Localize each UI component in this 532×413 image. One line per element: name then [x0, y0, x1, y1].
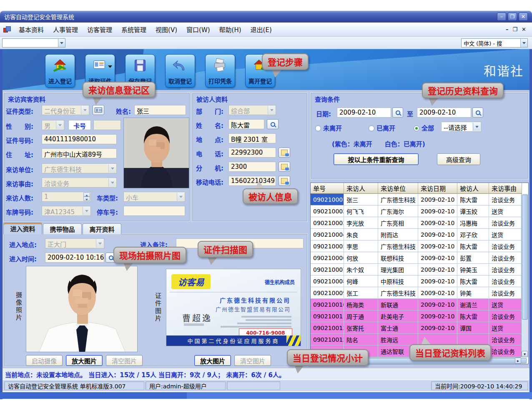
table-row[interactable]: 090210008何峰中原科技2009-02-10陈大雷洽谈业务 [311, 275, 528, 287]
location-field[interactable]: B幢 2301 室 [228, 133, 276, 143]
step-up-icon[interactable] [83, 193, 90, 197]
table-cell[interactable]: 钟美玉 [457, 264, 489, 275]
minimize-button[interactable]: – [497, 13, 506, 21]
table-cell[interactable]: 洽谈业务 [489, 240, 522, 252]
language-selector[interactable]: 中文 (简体) - 搜 [461, 38, 528, 48]
ext-field[interactable]: 2300 [228, 162, 276, 172]
menu-item-system[interactable]: 系统管理 [117, 23, 151, 36]
entry-location-select[interactable]: 正大门 [45, 238, 104, 248]
table-cell[interactable]: 送货 [489, 322, 522, 334]
table-cell[interactable]: 洽谈业务 [489, 217, 522, 229]
table-cell[interactable]: 朱个奴 [344, 264, 378, 275]
table-cell[interactable]: 洽谈业务 [489, 334, 522, 345]
table-cell[interactable]: 2009-02-10 [418, 322, 457, 334]
table-row[interactable]: 090210004朱良附而达2009-02-10邓子欣送货 [311, 229, 528, 240]
radio-not-left[interactable]: 未离开 [315, 123, 342, 132]
table-row[interactable]: 090210012张寄托富士通2009-02-10谭国送货 [311, 322, 528, 334]
table-cell[interactable]: 何峰 [344, 275, 378, 287]
table-cell[interactable]: 谭国 [457, 322, 489, 334]
read-card-small-button[interactable] [93, 105, 104, 115]
phone-sms-button[interactable] [279, 148, 290, 158]
table-cell[interactable]: 2009-02-10 [418, 229, 457, 240]
scrollbar-thumb[interactable] [522, 195, 528, 320]
chevron-down-icon[interactable] [58, 39, 65, 47]
phone-field[interactable]: 22992300 [228, 148, 276, 158]
table-cell[interactable]: 2009-02-10 [418, 252, 457, 264]
table-cell[interactable]: 洽谈业务 [489, 194, 522, 205]
col-header-visitee[interactable]: 被访人 [457, 183, 489, 194]
restore-button[interactable]: ❐ [508, 13, 517, 21]
query-filter-select[interactable]: --请选择 [441, 122, 481, 132]
table-row[interactable]: 090210002何飞飞广东海尔2009-02-10谭玉姣送货 [311, 205, 528, 217]
col-header-order-no[interactable]: 单号 [311, 183, 344, 194]
date-from-field[interactable]: 2009-02-10 [337, 108, 391, 118]
plate-number-select[interactable]: 津A12345 [42, 206, 91, 216]
tab-entry-info[interactable]: 进入资料 [3, 223, 42, 234]
requery-button[interactable]: 按以上条件重新查询 [334, 153, 419, 165]
visitor-name-field[interactable]: 张三 [134, 105, 186, 115]
table-cell[interactable]: 090210013 [311, 334, 344, 345]
dept-select[interactable]: 综合部 [228, 105, 276, 115]
date-to-field[interactable]: 2009-02-10 [417, 108, 471, 118]
step-down-icon[interactable] [83, 197, 90, 201]
visitee-name-field[interactable]: 陈大雷 [228, 119, 264, 129]
table-cell[interactable]: 张寄托 [344, 322, 378, 334]
table-cell[interactable]: 谭玉姣 [457, 205, 489, 217]
table-cell[interactable]: 彭置 [457, 252, 489, 264]
card-no-field[interactable] [93, 120, 121, 130]
enter-registration-button[interactable]: 进入登记 [45, 54, 75, 88]
table-cell[interactable]: 090210001 [311, 194, 344, 205]
table-cell[interactable]: 洽谈业务 [489, 287, 522, 299]
col-header-company[interactable]: 来访单位 [378, 183, 418, 194]
table-cell[interactable]: 2009-02-10 [418, 299, 457, 310]
advanced-query-button[interactable]: 高级查询 [437, 153, 480, 165]
date-to-picker-button[interactable] [472, 108, 483, 118]
table-cell[interactable]: 090210007 [311, 264, 344, 275]
table-cell[interactable]: 赴美电子 [378, 310, 418, 322]
table-cell[interactable]: 洽谈业务 [489, 310, 522, 322]
quick-combo[interactable] [2, 38, 65, 48]
menu-item-window[interactable]: 窗口(W) [182, 23, 215, 36]
table-cell[interactable]: 邓子欣 [457, 229, 489, 240]
visit-company-select[interactable]: 广东德生科技 [42, 163, 117, 173]
table-cell[interactable]: 2009-02-10 [418, 240, 457, 252]
table-cell[interactable]: 2009-02-10 [418, 205, 457, 217]
table-cell[interactable]: 陈大雷 [457, 194, 489, 205]
chevron-down-icon[interactable] [520, 39, 527, 47]
table-row[interactable]: 090210009张工广东德生科技2009-02-10钟美洽谈业务 [311, 287, 528, 299]
people-count-stepper[interactable]: 1 [42, 192, 91, 202]
table-cell[interactable]: 陈大雷 [457, 310, 489, 322]
table-cell[interactable]: 送货 [489, 299, 522, 310]
mdi-close-button[interactable]: ✕ [522, 26, 526, 33]
mobile-sms-button[interactable] [279, 176, 290, 186]
col-header-reason[interactable]: 来访事由 [489, 183, 522, 194]
table-cell[interactable]: 090210002 [311, 205, 344, 217]
visitee-search-button[interactable] [267, 119, 279, 129]
table-row[interactable]: 090210005李思广东德生科技2009-02-10陈大雷洽谈业务 [311, 240, 528, 252]
table-cell[interactable]: 冯惠梅 [457, 217, 489, 229]
table-cell[interactable]: 2009-02-10 [418, 275, 457, 287]
table-cell[interactable]: 广东德生科技 [378, 240, 418, 252]
vertical-scrollbar[interactable]: ▾ [521, 194, 528, 357]
table-row[interactable]: 090210011周于通赴美电子2009-02-10陈大雷洽谈业务 [311, 310, 528, 322]
col-header-visitor[interactable]: 来访人 [344, 183, 378, 194]
entry-time-field[interactable]: 2009-02-10 10:16 [45, 253, 104, 263]
scroll-down-icon[interactable]: ▾ [522, 351, 528, 357]
table-row[interactable]: 090210003李光放广东亮相2009-02-10冯惠梅洽谈业务 [311, 217, 528, 229]
radio-left[interactable]: 已离开 [369, 123, 395, 132]
chevron-down-icon[interactable] [108, 65, 112, 68]
table-cell[interactable]: 周于通 [344, 310, 378, 322]
table-cell[interactable]: 送货 [489, 229, 522, 240]
table-cell[interactable]: 090210003 [311, 217, 344, 229]
table-cell[interactable]: 洽谈业务 [489, 264, 522, 275]
table-cell[interactable]: 陆名 [344, 334, 378, 345]
table-cell[interactable]: 联想科技 [378, 252, 418, 264]
table-cell[interactable]: 广东德生科技 [378, 287, 418, 299]
mdi-minimize-button[interactable]: – [506, 26, 509, 33]
table-cell[interactable]: 广东海尔 [378, 205, 418, 217]
clear-card-button[interactable]: 清空图片 [234, 355, 271, 366]
table-cell[interactable]: 090210005 [311, 240, 344, 252]
table-cell[interactable]: 陈大雷 [457, 240, 489, 252]
table-cell[interactable]: 附而达 [378, 229, 418, 240]
table-cell[interactable]: 理光集团 [378, 264, 418, 275]
